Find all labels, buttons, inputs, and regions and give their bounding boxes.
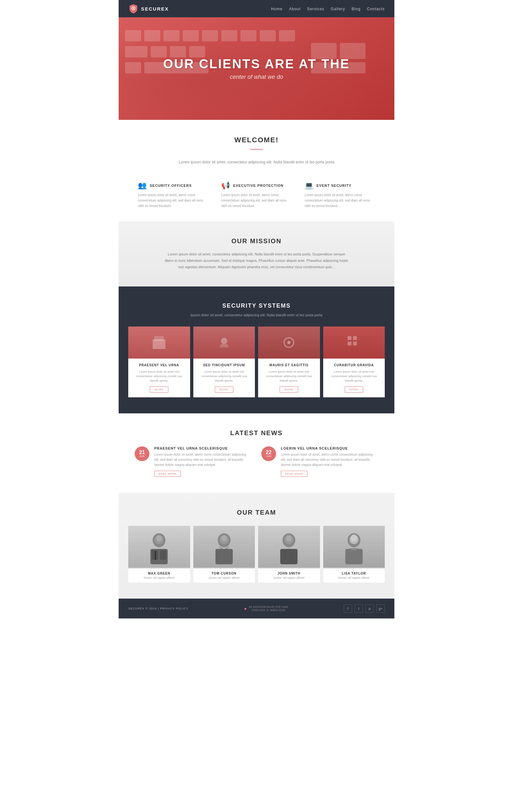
system-card-btn-2[interactable]: MORE	[215, 386, 234, 393]
nav-home[interactable]: Home	[271, 7, 282, 11]
svg-rect-28	[353, 342, 357, 345]
social-googleplus[interactable]: g+	[376, 604, 385, 613]
service-item-1: 👥 SECURITY OFFICERS Lorem ipsum dolor si…	[132, 181, 215, 209]
news-date-badge-1: 21 JUN	[135, 446, 150, 461]
footer-copyright-text: SECUREX © 2014 | PRIVACY POLICY	[128, 607, 189, 610]
svg-rect-26	[353, 336, 357, 340]
news-content-2: LOERIN VEL URNA SCELERISQUE Lorem ipsum …	[281, 446, 378, 477]
svg-point-22	[221, 338, 227, 344]
svg-rect-11	[125, 46, 147, 57]
svg-rect-33	[155, 551, 156, 560]
system-card-title-3: MAURIS ET SAGITTIS	[262, 364, 316, 367]
footer-copyright: SECUREX © 2014 | PRIVACY POLICY	[128, 607, 189, 610]
service-item-3: 💻 EVENT SECURITY Lorem ipsum dolor sit a…	[298, 181, 381, 209]
systems-cards: PRAESENT VEL URNA Lorem ipsum dolor sit …	[128, 326, 385, 397]
nav-about[interactable]: About	[289, 7, 300, 11]
svg-rect-3	[144, 30, 160, 41]
team-name-2: TOM CURSON	[196, 572, 252, 575]
svg-point-24	[287, 341, 291, 344]
svg-rect-6	[202, 30, 218, 41]
nav-blog[interactable]: Blog	[352, 7, 361, 11]
service-text-2: Lorem ipsum dolor sit amet, aterm come c…	[221, 192, 292, 209]
system-card-text-2: Lorem ipsum dolor sit amet met consectet…	[197, 370, 251, 383]
svg-rect-37	[215, 549, 233, 564]
service-text-3: Lorem ipsum dolor sit amet, aterm come c…	[304, 192, 375, 209]
nav-contacts[interactable]: Contacts	[367, 7, 385, 11]
systems-subtitle: Ipsum dolor sit amet, consectetur adipis…	[128, 313, 385, 317]
service-title-2: EXECUTIVE PROTECTION	[233, 184, 284, 187]
svg-rect-45	[345, 549, 362, 564]
nav-services[interactable]: Services	[307, 7, 324, 11]
system-card-4: CURABITUR GRAVIDA Lorem ipsum dolor sit …	[323, 326, 385, 397]
navbar: SECUREX Home About Services Gallery Blog…	[119, 0, 394, 17]
security-officers-icon: 👥	[138, 181, 146, 190]
system-card-1: PRAESENT VEL URNA Lorem ipsum dolor sit …	[128, 326, 190, 397]
team-name-4: LISA TAYLOR	[326, 572, 382, 575]
team-cards: MAX GREEN Donec vel sapien alleret TOM C…	[128, 526, 385, 583]
svg-rect-5	[183, 30, 199, 41]
system-card-body-1: PRAESENT VEL URNA Lorem ipsum dolor sit …	[128, 358, 190, 397]
welcome-section: WELCOME! Lorem ipsum dolor sit amet, con…	[119, 120, 394, 181]
svg-rect-41	[280, 549, 298, 564]
system-card-img-4	[323, 326, 385, 358]
svg-point-39	[221, 535, 227, 542]
team-photo-3	[258, 526, 320, 568]
news-row: 21 JUN PRAESENT VEL URNA SCELERISQUE Lor…	[135, 446, 378, 477]
system-card-btn-4[interactable]: MORE	[345, 386, 363, 393]
news-read-more-1[interactable]: READ MORE	[154, 471, 181, 477]
system-card-text-4: Lorem ipsum dolor sit amet met consectet…	[327, 370, 381, 383]
team-card-2: TOM CURSON Donec vel sapien alleret	[193, 526, 255, 583]
news-read-more-2[interactable]: READ MORE	[281, 471, 307, 477]
team-role-4: Donec vel sapien alleret	[326, 576, 382, 579]
team-card-3: JOHN SMITH Donec vel sapien alleret	[258, 526, 320, 583]
team-photo-4	[323, 526, 385, 568]
svg-rect-8	[240, 30, 256, 41]
team-role-2: Donec vel sapien alleret	[196, 576, 252, 579]
team-card-body-4: LISA TAYLOR Donec vel sapien alleret	[323, 569, 385, 583]
svg-rect-14	[189, 46, 205, 57]
news-item-text-1: Lorem ipsum dolor sit amet, aterm come c…	[154, 452, 252, 467]
brand-name: SECUREX	[141, 6, 169, 11]
executive-protection-icon: 📢	[221, 181, 230, 190]
team-role-1: Donec vel sapien alleret	[132, 576, 187, 579]
logo-icon	[128, 3, 138, 14]
nav-gallery[interactable]: Gallery	[331, 7, 345, 11]
system-card-2: SED TINCIDUNT IPSUM Lorem ipsum dolor si…	[193, 326, 255, 397]
svg-rect-15	[125, 62, 141, 74]
system-card-title-2: SED TINCIDUNT IPSUM	[197, 364, 251, 367]
team-photo-2	[193, 526, 255, 568]
svg-rect-7	[221, 30, 237, 41]
system-card-btn-1[interactable]: MORE	[150, 386, 168, 393]
footer-address: ● 28 JACKSON BLVD STE 1020 CHICAGO, IL 3…	[244, 605, 288, 612]
news-item-title-2: LOERIN VEL URNA SCELERISQUE	[281, 446, 378, 450]
hero-content: OUR CLIENTS ARE AT THE center of what we…	[163, 57, 350, 81]
svg-rect-13	[170, 46, 186, 57]
social-pinterest[interactable]: p	[366, 604, 374, 613]
team-name-3: JOHN SMITH	[261, 572, 317, 575]
systems-title: SECURITY SYSTEMS	[128, 302, 385, 309]
system-card-text-1: Lorem ipsum dolor sit amet met consectet…	[132, 370, 186, 383]
system-card-img-1	[128, 326, 190, 358]
hero-section: OUR CLIENTS ARE AT THE center of what we…	[119, 17, 394, 120]
services-row: 👥 SECURITY OFFICERS Lorem ipsum dolor si…	[119, 181, 394, 222]
system-card-body-3: MAURIS ET SAGITTIS Lorem ipsum dolor sit…	[258, 358, 320, 397]
team-card-body-2: TOM CURSON Donec vel sapien alleret	[193, 569, 255, 583]
social-twitter[interactable]: t	[355, 604, 363, 613]
system-card-3: MAURIS ET SAGITTIS Lorem ipsum dolor sit…	[258, 326, 320, 397]
news-day-1: 21	[139, 450, 145, 455]
team-photo-1	[128, 526, 190, 568]
footer: SECUREX © 2014 | PRIVACY POLICY ● 28 JAC…	[119, 599, 394, 618]
team-role-3: Donec vel sapien alleret	[261, 576, 317, 579]
footer-address-line2: CHICAGO, IL 30604-2140	[249, 609, 288, 612]
svg-rect-32	[160, 550, 166, 560]
team-card-body-1: MAX GREEN Donec vel sapien alleret	[128, 569, 190, 583]
system-card-btn-3[interactable]: MORE	[279, 386, 298, 393]
service-title-3: EVENT SECURITY	[317, 184, 351, 187]
location-icon: ●	[244, 606, 247, 611]
system-card-title-4: CURABITUR GRAVIDA	[327, 364, 381, 367]
news-item-title-1: PRAESENT VEL URNA SCELERISQUE	[154, 446, 252, 450]
systems-section: SECURITY SYSTEMS Ipsum dolor sit amet, c…	[119, 287, 394, 413]
welcome-text: Lorem ipsum dolor sit amet, consectetur …	[176, 159, 337, 165]
social-facebook[interactable]: f	[344, 604, 352, 613]
news-month-2: JUN	[266, 455, 271, 458]
